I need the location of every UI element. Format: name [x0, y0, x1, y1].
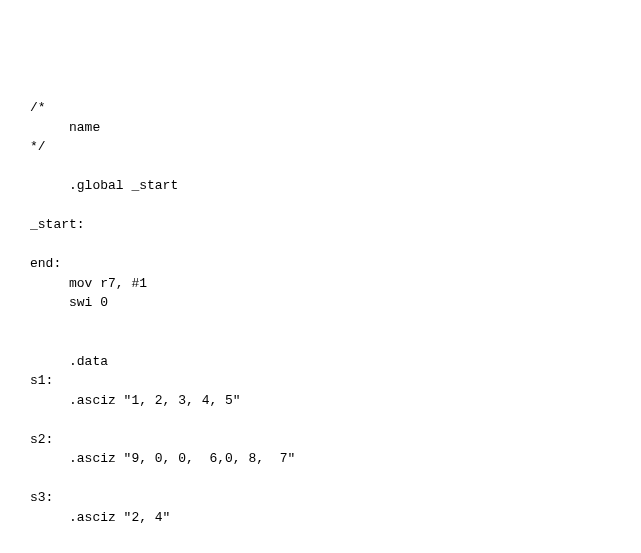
code-line: end:: [30, 254, 611, 274]
code-line: mov r7, #1: [30, 274, 611, 294]
code-line: name: [30, 118, 611, 138]
code-line: /*: [30, 98, 611, 118]
code-line: [30, 527, 611, 547]
code-line: s1:: [30, 371, 611, 391]
code-line: [30, 157, 611, 177]
code-line: .asciz "2, 4": [30, 508, 611, 528]
code-line: */: [30, 137, 611, 157]
code-line: swi 0: [30, 293, 611, 313]
code-line: .global _start: [30, 176, 611, 196]
code-line: [30, 313, 611, 333]
code-line: [30, 332, 611, 352]
code-line: .asciz "1, 2, 3, 4, 5": [30, 391, 611, 411]
code-line: .data: [30, 352, 611, 372]
code-line: [30, 547, 611, 554]
code-block: /* name*/ .global _start_start:end: mov …: [30, 98, 611, 553]
code-line: [30, 469, 611, 489]
code-line: [30, 196, 611, 216]
code-line: s3:: [30, 488, 611, 508]
code-line: [30, 235, 611, 255]
code-line: .asciz "9, 0, 0, 6,0, 8, 7": [30, 449, 611, 469]
code-line: s2:: [30, 430, 611, 450]
code-line: [30, 410, 611, 430]
code-line: _start:: [30, 215, 611, 235]
